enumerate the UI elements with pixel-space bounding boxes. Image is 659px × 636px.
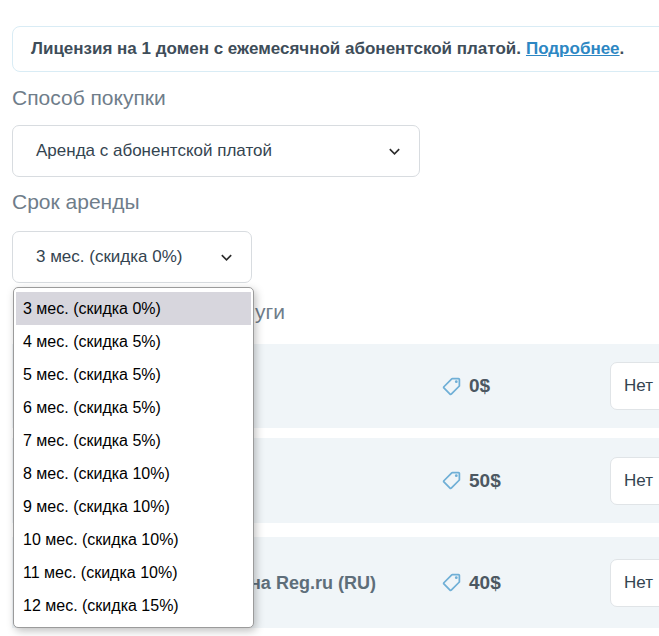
service-option-value: Нет — [624, 573, 653, 593]
price-cell: 40$ — [441, 572, 501, 594]
license-notice-text: Лицензия на 1 домен с ежемесячной абонен… — [31, 39, 521, 59]
term-option[interactable]: 5 мес. (скидка 5%) — [16, 358, 251, 391]
term-option[interactable]: 3 мес. (скидка 0%) — [16, 292, 251, 325]
term-option[interactable]: 4 мес. (скидка 5%) — [16, 325, 251, 358]
service-price: 40$ — [469, 572, 501, 594]
term-option[interactable]: 9 мес. (скидка 10%) — [16, 490, 251, 523]
term-option[interactable]: 11 мес. (скидка 10%) — [16, 556, 251, 589]
term-option[interactable]: 8 мес. (скидка 10%) — [16, 457, 251, 490]
price-cell: 0$ — [441, 375, 490, 397]
price-cell: 50$ — [441, 470, 501, 492]
service-option-value: Нет — [624, 471, 653, 491]
purchase-method-heading: Способ покупки — [12, 87, 166, 108]
service-option-select[interactable]: Нет — [610, 559, 659, 607]
service-price: 0$ — [469, 375, 490, 397]
chevron-down-icon — [219, 250, 234, 265]
term-option[interactable]: 12 мес. (скидка 15%) — [16, 589, 251, 622]
chevron-down-icon — [387, 144, 402, 159]
price-tag-icon — [441, 376, 462, 397]
license-notice-period: . — [620, 39, 625, 59]
rent-term-value: 3 мес. (скидка 0%) — [36, 247, 183, 267]
term-option[interactable]: 7 мес. (скидка 5%) — [16, 424, 251, 457]
purchase-method-select[interactable]: Аренда с абонентской платой — [12, 125, 420, 177]
term-option[interactable]: 6 мес. (скидка 5%) — [16, 391, 251, 424]
details-link[interactable]: Подробнее — [526, 39, 620, 59]
rent-term-select[interactable]: 3 мес. (скидка 0%) — [12, 231, 252, 283]
service-option-select[interactable]: Нет — [610, 362, 659, 410]
service-option-select[interactable]: Нет — [610, 457, 659, 505]
service-option-value: Нет — [624, 376, 653, 396]
service-label: на Reg.ru (RU) — [250, 572, 376, 593]
purchase-method-value: Аренда с абонентской платой — [36, 141, 272, 161]
term-option[interactable]: 10 мес. (скидка 10%) — [16, 523, 251, 556]
price-tag-icon — [441, 470, 462, 491]
price-tag-icon — [441, 572, 462, 593]
term-options-popup: 3 мес. (скидка 0%) 4 мес. (скидка 5%) 5 … — [13, 287, 254, 628]
rent-term-heading: Срок аренды — [12, 191, 140, 212]
service-price: 50$ — [469, 470, 501, 492]
license-notice: Лицензия на 1 домен с ежемесячной абонен… — [12, 26, 659, 72]
